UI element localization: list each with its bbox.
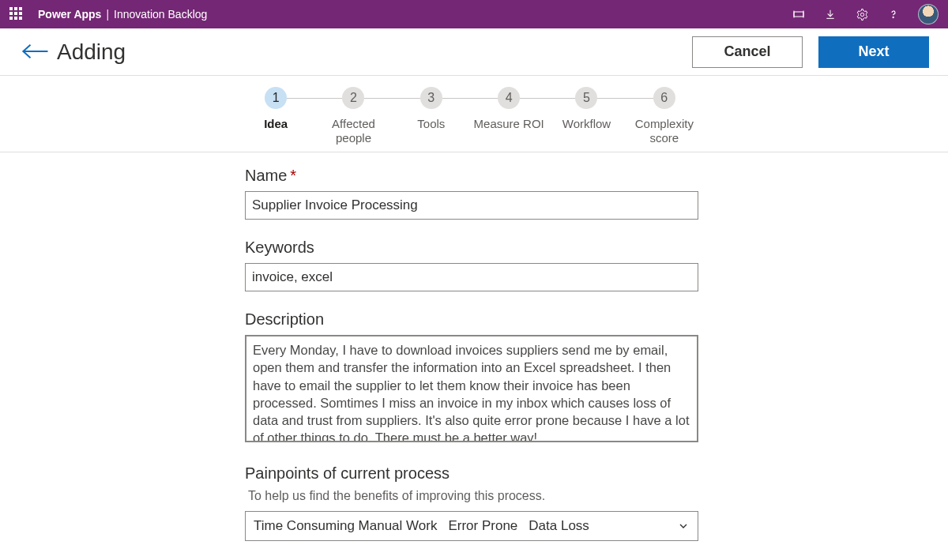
step-complexity-score[interactable]: 6 Complexity score — [626, 87, 703, 147]
step-measure-roi[interactable]: 4 Measure ROI — [470, 87, 547, 147]
painpoints-helper: To help us find the benefits of improvin… — [248, 489, 698, 503]
field-keywords: Keywords — [245, 239, 698, 291]
step-tools[interactable]: 3 Tools — [393, 87, 470, 147]
back-arrow-icon[interactable] — [19, 43, 46, 62]
step-number: 3 — [420, 87, 442, 109]
painpoint-chip: Data Loss — [529, 518, 589, 534]
help-icon[interactable] — [886, 7, 901, 21]
step-affected-people[interactable]: 2 Affected people — [314, 87, 392, 147]
step-number: 6 — [653, 87, 675, 109]
description-textarea[interactable] — [245, 335, 698, 442]
step-label: Tools — [417, 117, 445, 147]
cancel-button[interactable]: Cancel — [692, 36, 803, 68]
svg-rect-0 — [794, 12, 803, 17]
step-label: Workflow — [562, 117, 611, 147]
product-name: Power Apps — [38, 8, 101, 21]
painpoints-label: Painpoints of current process — [245, 464, 698, 483]
app-name: Innovation Backlog — [114, 8, 207, 21]
stepper: 1 Idea 2 Affected people 3 Tools 4 Measu… — [237, 87, 711, 147]
step-number: 5 — [575, 87, 597, 109]
svg-point-6 — [893, 17, 893, 17]
field-description: Description — [245, 310, 698, 445]
fit-icon[interactable] — [792, 7, 806, 21]
next-button[interactable]: Next — [818, 36, 929, 68]
step-idea[interactable]: 1 Idea — [237, 87, 314, 147]
step-workflow[interactable]: 5 Workflow — [547, 87, 625, 147]
avatar[interactable] — [918, 4, 939, 24]
name-input[interactable] — [245, 191, 698, 220]
field-name: Name* — [245, 167, 698, 220]
step-number: 2 — [342, 87, 364, 109]
page-title: Adding — [57, 39, 126, 65]
gear-icon[interactable] — [855, 7, 869, 21]
painpoints-selected-values: Time Consuming Manual Work Error Prone D… — [254, 518, 589, 534]
app-ribbon: Power Apps | Innovation Backlog — [0, 0, 948, 28]
field-painpoints: Painpoints of current process To help us… — [245, 464, 698, 541]
name-label: Name* — [245, 167, 698, 185]
description-label: Description — [245, 310, 698, 329]
keywords-input[interactable] — [245, 263, 698, 291]
required-indicator: * — [290, 167, 296, 184]
title-divider: | — [106, 8, 109, 21]
idea-form: Name* Keywords Description Painpoints of… — [245, 167, 698, 541]
name-label-text: Name — [245, 167, 287, 184]
step-label: Measure ROI — [474, 117, 544, 147]
chevron-down-icon — [677, 520, 690, 532]
step-label: Idea — [264, 117, 288, 147]
keywords-label: Keywords — [245, 239, 698, 257]
step-number: 4 — [498, 87, 520, 109]
painpoints-dropdown[interactable]: Time Consuming Manual Work Error Prone D… — [245, 511, 698, 541]
step-label: Complexity score — [626, 117, 703, 147]
download-icon[interactable] — [823, 7, 837, 21]
step-label: Affected people — [314, 117, 392, 147]
waffle-icon[interactable] — [9, 7, 24, 21]
painpoint-chip: Time Consuming Manual Work — [254, 518, 437, 534]
painpoint-chip: Error Prone — [448, 518, 517, 534]
step-number: 1 — [265, 87, 287, 109]
svg-point-5 — [860, 13, 863, 16]
page-header: Adding Cancel Next — [0, 28, 948, 76]
